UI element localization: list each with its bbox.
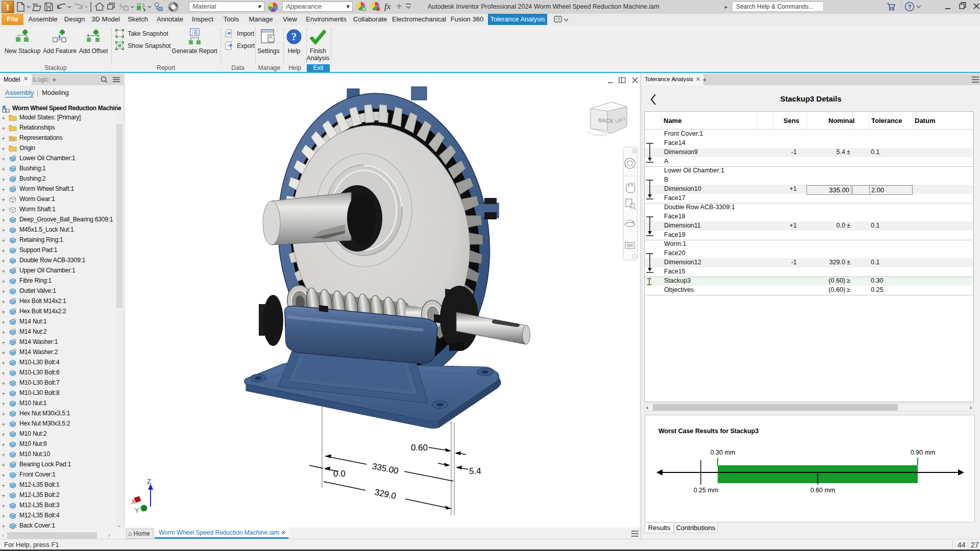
svg-text:0.25 mm: 0.25 mm: [694, 487, 719, 494]
svg-text:X: X: [131, 498, 136, 506]
svg-text:335.00: 335.00: [372, 461, 400, 476]
svg-text:0.30 mm: 0.30 mm: [710, 449, 736, 456]
svg-text:0.90 mm: 0.90 mm: [911, 449, 936, 456]
svg-text:BACK: BACK: [598, 117, 614, 124]
svg-text:Y: Y: [135, 507, 139, 514]
svg-text:5.4: 5.4: [469, 466, 481, 476]
svg-text:?: ?: [291, 31, 297, 43]
svg-text:0.60 mm: 0.60 mm: [811, 487, 836, 494]
svg-text:Z: Z: [147, 478, 151, 485]
svg-text:?: ?: [908, 4, 911, 11]
svg-text:fx: fx: [384, 2, 391, 11]
svg-text:329.0: 329.0: [374, 487, 397, 501]
svg-text:0.0: 0.0: [333, 469, 346, 479]
svg-text:I: I: [6, 3, 10, 12]
svg-text:0.60: 0.60: [411, 443, 428, 453]
